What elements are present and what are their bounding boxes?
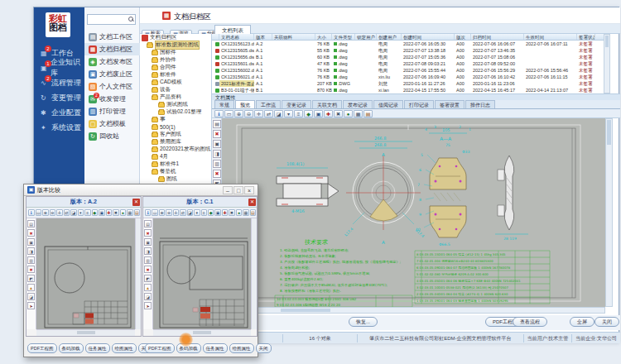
preview-side-icon[interactable]: ✖ — [213, 130, 221, 138]
tree-item[interactable]: 合同件 — [140, 64, 211, 71]
preview-toolbar-icon[interactable]: ▤ — [363, 110, 373, 117]
pane-toolbar-icon[interactable]: ▦ — [127, 209, 133, 216]
props-tab[interactable]: 变更记录 — [282, 100, 311, 108]
compare-button[interactable]: 条码加载 — [59, 343, 84, 353]
preview-toolbar-icon[interactable]: ✖ — [334, 110, 343, 117]
preview-toolbar-icon[interactable]: ▭ — [224, 110, 233, 117]
minimize-icon[interactable]: – — [223, 186, 233, 194]
pane-toolbar-icon[interactable]: ▾ — [194, 209, 200, 216]
preview-toolbar-icon[interactable]: ◆ — [304, 110, 313, 117]
tree-item[interactable]: 禁用图库 — [140, 138, 211, 146]
table-row[interactable]: CK12315605.dwg A.1 55 KB .dwg 电周 2022-07… — [212, 47, 604, 54]
pane-toolbar-icon[interactable]: ⇄ — [64, 209, 70, 216]
compare-button[interactable]: PDF工程图 — [145, 343, 175, 353]
pane-left-vscroll[interactable] — [135, 218, 141, 329]
menu-item[interactable]: ▢ 文档模板 — [84, 117, 140, 130]
pane-toolbar-icon[interactable]: ≡ — [201, 209, 207, 216]
nav-item[interactable]: ✱ 企业配置 — [34, 105, 84, 120]
preview-toolbar-icon[interactable]: ▣ — [314, 110, 323, 117]
pane-toolbar-icon[interactable]: ⊖ — [166, 209, 171, 216]
preview-toolbar-icon[interactable]: ⇄ — [264, 110, 273, 117]
pane-toolbar-icon[interactable]: ℹ — [28, 209, 35, 216]
pane-side-icon[interactable]: ✖ — [144, 266, 152, 273]
pane-side-icon[interactable]: ▥ — [144, 256, 152, 264]
pane-side-icon[interactable]: ➤ — [27, 302, 35, 309]
menu-item[interactable]: ▣ 文档废止区 — [84, 68, 140, 80]
props-tab[interactable]: 操作日志 — [465, 100, 495, 108]
pane-toolbar-icon[interactable]: ℹ — [145, 209, 151, 216]
column-header[interactable]: 锁定用户 — [355, 34, 377, 40]
preview-toolbar-icon[interactable]: ▾ — [284, 110, 293, 117]
pane-side-icon[interactable]: ◩ — [144, 275, 152, 282]
pane-side-icon[interactable]: ◪ — [27, 293, 35, 300]
pane-toolbar-icon[interactable]: ▤ — [250, 209, 256, 216]
pane-side-icon[interactable]: ◩ — [27, 275, 35, 282]
pane-side-icon[interactable]: ▲ — [27, 284, 35, 291]
props-tab[interactable]: 发布记录 — [343, 100, 373, 108]
list-scrollbar[interactable] — [604, 34, 610, 93]
preview-toolbar-icon[interactable]: ▦ — [354, 110, 363, 117]
pane-toolbar-icon[interactable]: ≡ — [84, 209, 91, 216]
preview-side-icon[interactable]: ▣ — [213, 140, 221, 148]
pane-toolbar-icon[interactable]: ⇄ — [180, 209, 185, 216]
menu-item[interactable]: ✉ 收发管理 2 — [84, 93, 140, 105]
pane-side-icon[interactable]: ✖ — [27, 266, 35, 273]
tree-item[interactable]: 国标件 — [140, 49, 211, 56]
pane-right-hscroll[interactable] — [153, 329, 251, 336]
pane-toolbar-icon[interactable]: ▣ — [214, 209, 220, 216]
menu-item[interactable]: ▦ 文档归档区 — [84, 43, 140, 55]
pane-left-hscroll[interactable] — [36, 329, 135, 336]
preview-toolbar-icon[interactable]: ✛ — [254, 110, 263, 117]
tree-item[interactable]: 产品资料 — [140, 93, 211, 101]
fullscreen-button[interactable]: 全屏 — [570, 317, 595, 327]
canvas-vscroll[interactable] — [605, 118, 613, 307]
column-header[interactable]: 文件类型 — [332, 34, 355, 40]
search-input[interactable] — [88, 16, 128, 24]
tree-item[interactable]: 外协件 — [140, 56, 211, 64]
column-header[interactable] — [212, 34, 219, 40]
pane-toolbar-icon[interactable]: ✖ — [229, 209, 234, 216]
pane-toolbar-icon[interactable]: ⊕ — [159, 209, 165, 216]
restore-button[interactable]: 恢复... — [349, 317, 378, 327]
props-tab[interactable]: 签署设置 — [435, 100, 465, 108]
table-row[interactable]: CK123156123.dwg A.2 76 KB .dwg 电周 2022-0… — [212, 41, 604, 47]
pane-side-icon[interactable]: ◪ — [144, 293, 152, 300]
preview-side-icon[interactable]: ◨ — [213, 150, 221, 158]
tree-item[interactable]: 图纸 — [140, 175, 211, 183]
compare-button[interactable]: 任务属性 — [85, 343, 110, 353]
preview-toolbar-icon[interactable]: ℹ — [214, 110, 224, 117]
tree-item[interactable]: 20220321发布的图纸 — [140, 146, 211, 153]
maximize-icon[interactable]: □ — [233, 186, 243, 194]
pane-side-icon[interactable]: ▤ — [27, 220, 35, 228]
preview-toolbar-icon[interactable]: ⊕ — [234, 110, 243, 117]
preview-side-icon[interactable]: ▥ — [213, 160, 221, 168]
column-header[interactable]: 大小 — [315, 34, 332, 40]
tree-item[interactable]: 事 — [140, 116, 211, 123]
search-icon[interactable] — [128, 16, 135, 23]
pane-toolbar-icon[interactable]: ◪ — [187, 209, 193, 216]
column-header[interactable]: 归档时间 — [471, 34, 524, 40]
tree-item[interactable]: 设备 — [140, 86, 211, 93]
column-header[interactable]: 版次 — [455, 34, 471, 40]
cad-canvas[interactable]: 108.4(1) 4-M16 266.8 268.8 A — [222, 118, 605, 307]
compare-button[interactable]: PDF工程图 — [27, 343, 57, 353]
nav-item[interactable]: ✦ 系统设置 — [34, 120, 84, 135]
compare-button[interactable]: 条码加载 — [176, 343, 201, 353]
pane-side-icon[interactable]: ◨ — [27, 247, 35, 255]
pane-toolbar-icon[interactable]: ▭ — [152, 209, 157, 216]
pane-side-icon[interactable]: ◨ — [144, 247, 152, 255]
preview-side-icon[interactable]: ✖ — [213, 170, 221, 178]
pane-side-icon[interactable]: ➤ — [144, 302, 152, 309]
column-header[interactable]: 生效时间 — [524, 34, 577, 40]
pane-toolbar-icon[interactable]: ✛ — [173, 209, 179, 216]
compare-button[interactable]: 绘图属性 — [112, 343, 137, 353]
tree-item[interactable]: 客户图纸 — [140, 131, 211, 138]
props-tab[interactable]: 关联文档 — [312, 100, 342, 108]
pane-toolbar-icon[interactable]: ✚ — [222, 209, 228, 216]
preview-toolbar-icon[interactable]: ✚ — [324, 110, 333, 117]
pane-right-vscroll[interactable] — [251, 218, 257, 329]
pane-toolbar-icon[interactable]: ✖ — [113, 209, 119, 216]
pane-toolbar-icon[interactable]: ● — [120, 209, 127, 216]
close-icon[interactable]: × — [244, 186, 254, 194]
compare-button[interactable]: 关闭 — [256, 343, 272, 353]
